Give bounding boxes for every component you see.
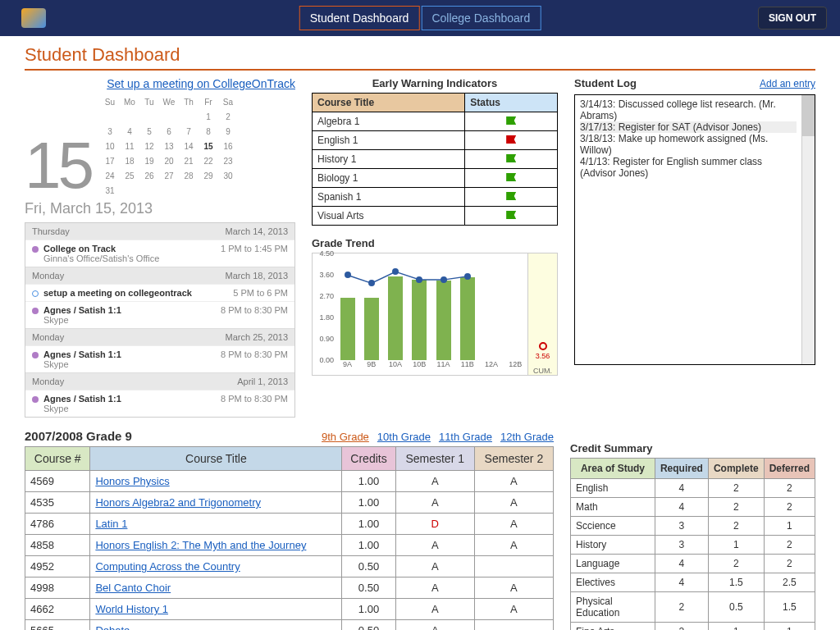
log-scrollbar[interactable] bbox=[801, 95, 815, 364]
course-link[interactable]: Bel Canto Choir bbox=[95, 582, 171, 594]
cal-day[interactable]: 30 bbox=[219, 169, 237, 182]
mini-calendar[interactable]: SuMoTuWeThFrSa12345678910111213141516171… bbox=[99, 94, 239, 199]
cal-day[interactable]: 20 bbox=[160, 154, 178, 167]
cal-day[interactable] bbox=[140, 184, 158, 197]
courses-table: Course #Course TitleCreditsSemester 1Sem… bbox=[25, 446, 554, 630]
cal-day[interactable]: 23 bbox=[219, 154, 237, 167]
agenda-day-header: MondayMarch 18, 2013 bbox=[25, 267, 294, 284]
cal-day[interactable]: 12 bbox=[140, 139, 158, 153]
event-dot bbox=[32, 308, 39, 314]
cal-day[interactable] bbox=[199, 184, 217, 197]
cal-day[interactable]: 1 bbox=[199, 110, 217, 123]
cal-day[interactable]: 4 bbox=[121, 125, 139, 138]
cal-day[interactable] bbox=[140, 110, 158, 123]
ewi-row: History 1 bbox=[313, 150, 558, 169]
course-link[interactable]: Honors Physics bbox=[95, 475, 169, 487]
agenda-item[interactable]: College on TrackGinna's Office/Satish's … bbox=[25, 240, 294, 267]
event-dot bbox=[32, 396, 39, 403]
tab-student-dashboard[interactable]: Student Dashboard bbox=[299, 6, 420, 30]
course-row: 4786Latin 11.00DA bbox=[25, 514, 554, 535]
grade-link[interactable]: 10th Grade bbox=[377, 431, 431, 443]
ewi-table: Course TitleStatusAlgebra 1English 1Hist… bbox=[312, 93, 558, 226]
agenda-day-header: MondayApril 1, 2013 bbox=[25, 372, 294, 390]
cal-day[interactable] bbox=[180, 184, 198, 197]
event-dot bbox=[32, 352, 39, 358]
grade-trend-title: Grade Trend bbox=[312, 237, 558, 249]
cal-day[interactable]: 11 bbox=[121, 139, 139, 153]
cal-day[interactable] bbox=[180, 110, 198, 123]
agenda-item[interactable]: setup a meeting on collegeontrack5 PM to… bbox=[25, 284, 294, 301]
cal-day[interactable]: 14 bbox=[180, 139, 198, 153]
courses-year: 2007/2008 Grade 9 bbox=[25, 429, 132, 443]
cal-day[interactable]: 17 bbox=[101, 154, 119, 167]
cal-day[interactable]: 9 bbox=[219, 125, 237, 138]
credit-summary-title: Credit Summary bbox=[570, 442, 815, 454]
cal-day[interactable]: 6 bbox=[160, 125, 178, 138]
cal-day[interactable]: 26 bbox=[140, 169, 158, 182]
logo bbox=[21, 8, 46, 28]
log-entry: 3/17/13: Register for SAT (Advisor Jones… bbox=[580, 121, 797, 133]
cal-day[interactable] bbox=[160, 184, 178, 197]
course-link[interactable]: Honors English 2: The Myth and the Journ… bbox=[95, 539, 306, 551]
cal-day[interactable]: 18 bbox=[121, 154, 139, 167]
grade-link[interactable]: 9th Grade bbox=[322, 431, 369, 443]
flag-icon bbox=[506, 116, 516, 125]
grade-trend-chart: 0.000.901.802.703.604.50 9A9B10A10B11A11… bbox=[312, 253, 558, 376]
ewi-row: Biology 1 bbox=[313, 169, 558, 188]
cal-day[interactable]: 16 bbox=[219, 139, 237, 153]
cal-day[interactable]: 7 bbox=[180, 125, 198, 138]
cum-label: CUM. bbox=[421, 367, 665, 375]
cal-day[interactable] bbox=[101, 110, 119, 123]
agenda-item[interactable]: Agnes / Satish 1:1Skype8 PM to 8:30 PM bbox=[25, 301, 294, 328]
cal-day[interactable]: 13 bbox=[160, 139, 178, 153]
agenda-day-header: MondayMarch 25, 2013 bbox=[25, 328, 294, 345]
tab-college-dashboard[interactable]: College Dashboard bbox=[421, 6, 541, 30]
cal-day[interactable]: 31 bbox=[101, 184, 119, 197]
grade-link[interactable]: 12th Grade bbox=[500, 431, 554, 443]
cal-day[interactable]: 27 bbox=[160, 169, 178, 182]
credit-summary-table: Area of StudyRequiredCompleteDeferredEng… bbox=[570, 458, 815, 630]
cal-day[interactable]: 21 bbox=[180, 154, 198, 167]
cal-day[interactable] bbox=[219, 184, 237, 197]
sign-out-button[interactable]: SIGN OUT bbox=[758, 7, 827, 30]
cal-day[interactable]: 28 bbox=[180, 169, 198, 182]
cal-day[interactable]: 15 bbox=[199, 139, 217, 153]
cum-point bbox=[539, 342, 547, 350]
cal-day[interactable] bbox=[160, 110, 178, 123]
credit-row: Electives41.52.5 bbox=[571, 573, 815, 592]
credit-row: Sccience321 bbox=[571, 517, 815, 536]
cal-day[interactable]: 5 bbox=[140, 125, 158, 138]
course-link[interactable]: Honors Algebra2 and Trigonometry bbox=[95, 496, 261, 509]
ewi-row: English 1 bbox=[313, 131, 558, 150]
cal-day[interactable]: 25 bbox=[121, 169, 139, 182]
grade-link[interactable]: 11th Grade bbox=[439, 431, 492, 443]
course-link[interactable]: Debate bbox=[95, 624, 130, 630]
credit-row: History312 bbox=[571, 536, 815, 555]
agenda-item[interactable]: Agnes / Satish 1:1Skype8 PM to 8:30 PM bbox=[25, 345, 294, 372]
cal-day[interactable]: 19 bbox=[140, 154, 158, 167]
ewi-row: Algebra 1 bbox=[313, 112, 558, 131]
cal-day[interactable]: 2 bbox=[219, 110, 237, 123]
course-link[interactable]: Computing Across the Country bbox=[95, 560, 240, 573]
course-row: 5665Debate0.50A bbox=[25, 620, 554, 631]
cal-day[interactable]: 3 bbox=[101, 125, 119, 138]
cal-day[interactable] bbox=[121, 110, 139, 123]
log-box: 3/14/13: Discussed college list research… bbox=[574, 94, 815, 365]
cal-day[interactable] bbox=[121, 184, 139, 197]
agenda-item[interactable]: Agnes / Satish 1:1Skype8 PM to 8:30 PM bbox=[25, 390, 294, 417]
meeting-link[interactable]: Set up a meeting on CollegeOnTrack bbox=[107, 77, 295, 90]
cal-day[interactable]: 8 bbox=[199, 125, 217, 138]
course-row: 4569Honors Physics1.00AA bbox=[25, 471, 554, 492]
event-dot bbox=[32, 246, 39, 253]
course-link[interactable]: World History 1 bbox=[95, 603, 168, 615]
credit-row: Physical Education20.51.5 bbox=[571, 592, 815, 623]
cal-day[interactable]: 24 bbox=[101, 169, 119, 182]
credit-row: Fine Arts211 bbox=[571, 623, 815, 631]
cal-day[interactable]: 29 bbox=[199, 169, 217, 182]
cal-day[interactable]: 10 bbox=[101, 139, 119, 153]
cal-day[interactable]: 22 bbox=[199, 154, 217, 167]
add-log-entry-link[interactable]: Add an entry bbox=[760, 78, 815, 89]
course-row: 4952Computing Across the Country0.50A bbox=[25, 556, 554, 578]
page-title: Student Dashboard bbox=[25, 44, 815, 71]
course-link[interactable]: Latin 1 bbox=[95, 518, 127, 530]
